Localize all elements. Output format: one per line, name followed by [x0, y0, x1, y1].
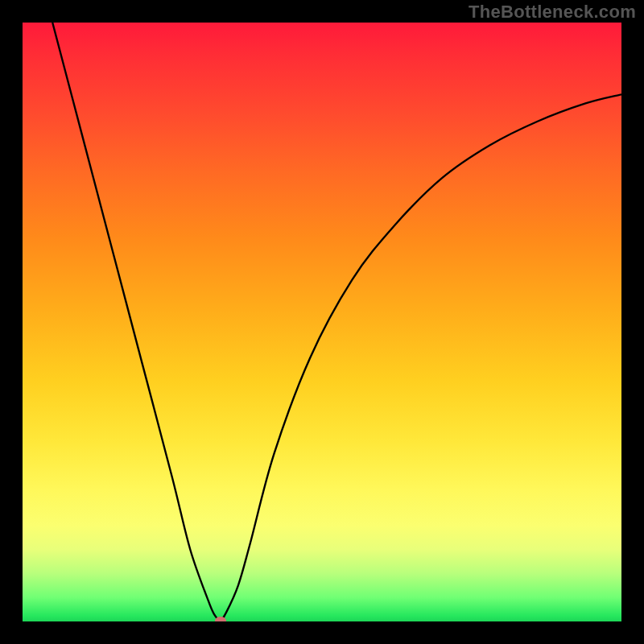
watermark-text: TheBottleneck.com — [469, 2, 636, 23]
curve-path — [52, 23, 621, 621]
bottleneck-curve — [23, 23, 621, 621]
minimum-marker — [215, 617, 226, 622]
plot-area — [23, 23, 621, 621]
chart-frame: TheBottleneck.com — [0, 0, 644, 644]
